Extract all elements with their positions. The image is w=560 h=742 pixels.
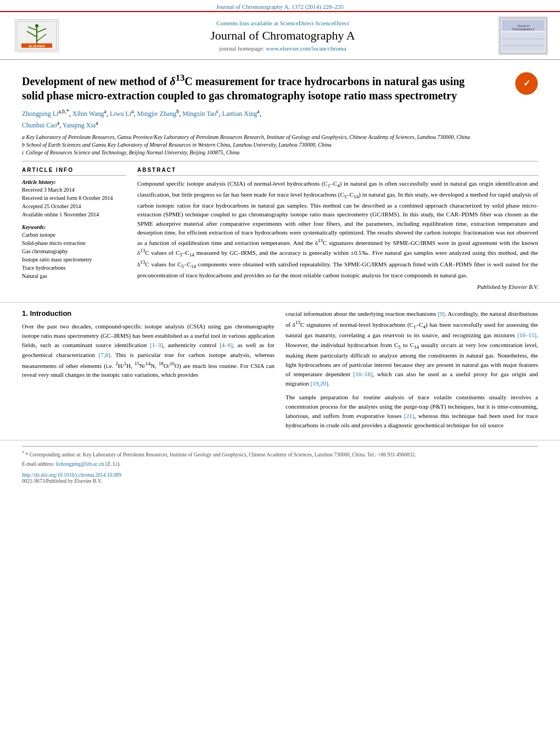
body-content: 1. Introduction Over the past two decade… bbox=[0, 309, 560, 434]
right-body-column: crucial information about the underlying… bbox=[285, 309, 538, 434]
affiliation-a: a Key Laboratory of Petroleum Resources,… bbox=[22, 133, 538, 141]
sciencedirect-link[interactable]: ScienceDirect bbox=[315, 20, 349, 26]
journal-ref: Journal of Chromatography A, 1372 (2014)… bbox=[216, 3, 344, 10]
published-by: Published by Elsevier B.V. bbox=[137, 284, 538, 290]
affiliations: a Key Laboratory of Petroleum Resources,… bbox=[22, 133, 538, 157]
authors: Zhongping Lia,b,*, Xibin Wanga, Liwu Lia… bbox=[22, 107, 538, 130]
keyword-5: Trace hydrocarbons bbox=[22, 264, 126, 272]
article-title: Development of new method of δ13C measur… bbox=[22, 72, 472, 103]
section-number: 1. bbox=[22, 309, 28, 317]
keyword-2: Solid-phase micro extraction bbox=[22, 239, 126, 247]
article-info-title: ARTICLE INFO bbox=[22, 167, 126, 176]
footer: * * Corresponding author at: Key Laborat… bbox=[0, 440, 560, 492]
svg-text:ELSEVIER: ELSEVIER bbox=[29, 44, 45, 48]
ref-21-link[interactable]: [21] bbox=[404, 412, 414, 419]
keyword-4: Isotope ratio mass spectrometry bbox=[22, 256, 126, 264]
ref-19-20-link[interactable]: [19,20] bbox=[311, 380, 328, 387]
top-bar: Journal of Chromatography A, 1372 (2014)… bbox=[0, 0, 560, 11]
ref-16-18-link[interactable]: [16–18] bbox=[354, 371, 373, 377]
article-title-section: Development of new method of δ13C measur… bbox=[22, 65, 538, 107]
right-para2: The sample preparation for routine analy… bbox=[285, 393, 538, 430]
article-history-label: Article history: bbox=[22, 179, 126, 185]
ref-9-link[interactable]: [9] bbox=[438, 310, 445, 317]
svg-text:Chromatography A: Chromatography A bbox=[512, 27, 535, 31]
received-revised-date: Received in revised form 8 October 2014 bbox=[22, 194, 126, 202]
affiliation-b: b School of Earth Sciences and Gansu Key… bbox=[22, 141, 538, 149]
journal-header: ELSEVIER Contents lists available at Sci… bbox=[0, 11, 560, 60]
received-date: Received 3 March 2014 bbox=[22, 186, 126, 194]
right-para1: crucial information about the underlying… bbox=[285, 309, 538, 388]
intro-para1: Over the past two decades, compound-spec… bbox=[22, 322, 275, 380]
keyword-1: Carbon isotope bbox=[22, 231, 126, 239]
keywords-section: Keywords: Carbon isotope Solid-phase mic… bbox=[22, 224, 126, 280]
sciencedirect-text: Contents lists available at ScienceDirec… bbox=[67, 20, 499, 26]
ref-1-3-link[interactable]: [1–3] bbox=[150, 342, 163, 348]
keywords-label: Keywords: bbox=[22, 224, 126, 230]
crossmark-badge: ✓ bbox=[515, 72, 538, 97]
issn-line: 0021-9673/Published by Elsevier B.V. bbox=[22, 478, 538, 485]
affiliation-c: c College of Resources Science and Techn… bbox=[22, 149, 538, 157]
header-right: Journal of Chromatography A bbox=[499, 16, 553, 55]
abstract-column: ABSTRACT Compound specific isotope analy… bbox=[137, 167, 538, 291]
accepted-date: Accepted 25 October 2014 bbox=[22, 203, 126, 210]
section-title: Introduction bbox=[30, 309, 71, 317]
ref-7-8-link[interactable]: [7,8] bbox=[99, 352, 110, 358]
keyword-3: Gas chromatography bbox=[22, 248, 126, 255]
article-info-column: ARTICLE INFO Article history: Received 3… bbox=[22, 167, 126, 291]
doi-link[interactable]: http://dx.doi.org/10.1016/j.chroma.2014.… bbox=[22, 472, 121, 478]
intro-heading: 1. Introduction bbox=[22, 309, 275, 317]
abstract-text: Compound specific isotope analysis (CSIA… bbox=[137, 179, 538, 280]
corresponding-author-note: * * Corresponding author at: Key Laborat… bbox=[22, 450, 538, 459]
article-body: ARTICLE INFO Article history: Received 3… bbox=[22, 161, 538, 291]
available-date: Available online 1 November 2014 bbox=[22, 211, 126, 219]
main-content: Development of new method of δ13C measur… bbox=[0, 60, 560, 295]
email-note: E-mail address: lizhongping@lzb.ac.cn (Z… bbox=[22, 461, 538, 468]
intro-column: 1. Introduction Over the past two decade… bbox=[22, 309, 275, 434]
divider bbox=[0, 302, 560, 303]
homepage-link[interactable]: www.elsevier.com/locate/chroma bbox=[266, 45, 346, 52]
svg-rect-13 bbox=[502, 32, 545, 52]
keyword-6: Natural gas bbox=[22, 272, 126, 280]
abstract-title: ABSTRACT bbox=[137, 167, 538, 176]
header-center: Contents lists available at ScienceDirec… bbox=[67, 20, 499, 52]
footer-divider bbox=[22, 446, 538, 447]
elsevier-icon: ELSEVIER bbox=[15, 19, 59, 52]
ref-10-15-link[interactable]: [10–15] bbox=[517, 332, 536, 338]
svg-point-7 bbox=[35, 24, 38, 27]
header-left: ELSEVIER bbox=[7, 19, 67, 52]
journal-cover-image: Journal of Chromatography A bbox=[499, 16, 548, 55]
email-link[interactable]: lizhongping@lzb.ac.cn bbox=[56, 461, 104, 467]
journal-title: Journal of Chromatography A bbox=[67, 29, 499, 43]
svg-text:✓: ✓ bbox=[523, 79, 530, 88]
doi-section: http://dx.doi.org/10.1016/j.chroma.2014.… bbox=[22, 472, 538, 478]
elsevier-logo: ELSEVIER bbox=[7, 19, 67, 52]
journal-homepage: journal homepage: www.elsevier.com/locat… bbox=[67, 45, 499, 52]
ref-4-6-link[interactable]: [4–6] bbox=[220, 342, 233, 348]
